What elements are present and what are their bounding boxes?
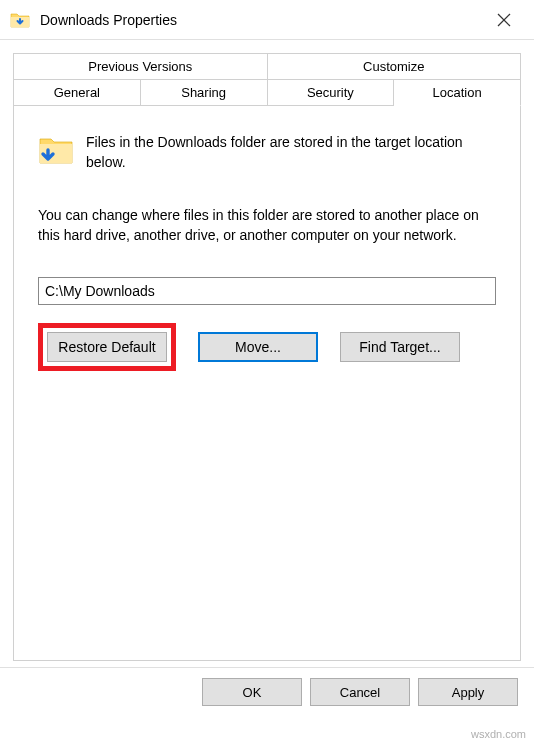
tab-location[interactable]: Location bbox=[394, 79, 521, 106]
close-icon bbox=[497, 13, 511, 27]
downloads-folder-large-icon bbox=[38, 132, 74, 168]
close-button[interactable] bbox=[484, 0, 524, 40]
dialog-footer: OK Cancel Apply bbox=[0, 667, 534, 716]
tab-general[interactable]: General bbox=[13, 79, 141, 106]
restore-default-button[interactable]: Restore Default bbox=[47, 332, 167, 362]
tab-previous-versions[interactable]: Previous Versions bbox=[13, 53, 268, 79]
apply-button[interactable]: Apply bbox=[418, 678, 518, 706]
find-target-button[interactable]: Find Target... bbox=[340, 332, 460, 362]
ok-button[interactable]: OK bbox=[202, 678, 302, 706]
tab-sharing[interactable]: Sharing bbox=[141, 79, 268, 106]
description-text: You can change where files in this folde… bbox=[38, 205, 496, 246]
tab-security[interactable]: Security bbox=[268, 79, 395, 106]
window-title: Downloads Properties bbox=[40, 12, 484, 28]
titlebar: Downloads Properties bbox=[0, 0, 534, 40]
intro-text: Files in the Downloads folder are stored… bbox=[86, 132, 496, 173]
restore-default-highlight: Restore Default bbox=[38, 323, 176, 371]
watermark: wsxdn.com bbox=[471, 728, 526, 740]
tab-strip: Previous Versions Customize General Shar… bbox=[13, 53, 521, 106]
move-button[interactable]: Move... bbox=[198, 332, 318, 362]
location-path-input[interactable] bbox=[38, 277, 496, 305]
cancel-button[interactable]: Cancel bbox=[310, 678, 410, 706]
tab-customize[interactable]: Customize bbox=[268, 53, 522, 79]
downloads-folder-icon bbox=[10, 10, 30, 30]
tab-panel-location: Files in the Downloads folder are stored… bbox=[13, 106, 521, 661]
dialog-content: Previous Versions Customize General Shar… bbox=[0, 40, 534, 674]
